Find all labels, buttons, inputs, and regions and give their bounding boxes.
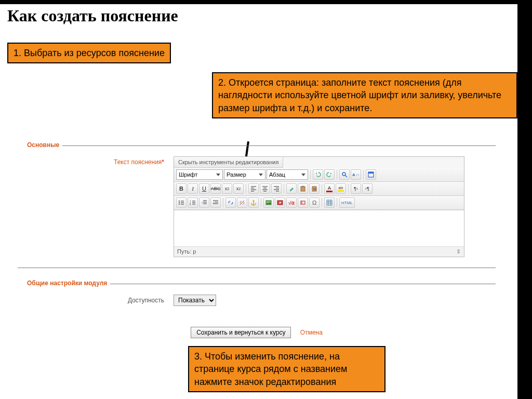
page-title: Как создать пояснение bbox=[7, 6, 178, 25]
required-mark: * bbox=[162, 158, 164, 166]
bg-color-button[interactable]: ab bbox=[336, 183, 346, 194]
paragraph-format-select[interactable]: Абзац bbox=[267, 169, 308, 180]
find-button[interactable] bbox=[339, 169, 350, 180]
anchor-button[interactable] bbox=[248, 197, 259, 208]
editor-toolbar-row-1: Шрифт Размер Абзац A↔ bbox=[174, 168, 464, 182]
separator bbox=[322, 184, 322, 193]
unlink-button[interactable] bbox=[237, 197, 247, 208]
svg-point-24 bbox=[179, 204, 180, 205]
image-button[interactable] bbox=[263, 197, 274, 208]
separator bbox=[310, 170, 311, 179]
svg-rect-17 bbox=[302, 186, 304, 187]
svg-rect-46 bbox=[327, 200, 332, 205]
editor-toolbar-row-2: B I U ABC x2 x2 W bbox=[174, 182, 464, 196]
separator bbox=[322, 198, 322, 207]
fieldset-common-settings: Общие настройки модуля Доступность Показ… bbox=[18, 284, 496, 311]
decoration-top-stripe bbox=[0, 0, 517, 4]
number-list-button[interactable]: 123 bbox=[188, 197, 198, 208]
text-color-button[interactable]: A bbox=[324, 183, 335, 194]
paste-word-button[interactable]: W bbox=[309, 183, 320, 194]
svg-point-0 bbox=[342, 172, 345, 176]
ltr-button[interactable]: ¶› bbox=[351, 183, 361, 194]
svg-text:3: 3 bbox=[190, 203, 191, 206]
nonbreaking-button[interactable] bbox=[298, 197, 308, 208]
separator bbox=[261, 198, 261, 207]
form-area: Основные Текст пояснения* Скрыть инструм… bbox=[18, 145, 496, 338]
label-explanation-text: Текст пояснения* bbox=[18, 156, 174, 166]
action-row: Сохранить и вернуться к курсу Отмена bbox=[18, 327, 496, 338]
svg-rect-16 bbox=[301, 187, 305, 191]
svg-point-22 bbox=[179, 202, 180, 203]
bold-button[interactable]: B bbox=[176, 183, 187, 194]
rich-text-editor: Скрыть инструменты редактирования Шрифт … bbox=[174, 156, 464, 257]
undo-button[interactable] bbox=[313, 169, 323, 180]
rtl-button[interactable]: ‹¶ bbox=[362, 183, 373, 194]
equation-button[interactable]: √α bbox=[286, 197, 297, 208]
align-right-button[interactable] bbox=[271, 183, 282, 194]
separator bbox=[246, 184, 246, 193]
separator bbox=[348, 184, 349, 193]
cancel-link[interactable]: Отмена bbox=[300, 329, 323, 336]
editor-resize-handle[interactable]: ⇕ bbox=[456, 248, 461, 255]
separator bbox=[363, 170, 364, 179]
separator bbox=[284, 184, 284, 193]
font-size-select[interactable]: Размер bbox=[224, 169, 265, 180]
cleanup-button[interactable] bbox=[286, 183, 297, 194]
callout-step-1: 1. Выбрать из ресурсов пояснение bbox=[7, 43, 171, 63]
fullscreen-button[interactable] bbox=[366, 169, 376, 180]
outdent-button[interactable] bbox=[199, 197, 209, 208]
media-button[interactable] bbox=[275, 197, 285, 208]
align-center-button[interactable] bbox=[260, 183, 270, 194]
html-source-button[interactable]: HTML bbox=[339, 197, 355, 208]
svg-point-20 bbox=[179, 201, 180, 202]
svg-rect-44 bbox=[301, 201, 305, 204]
callout-step-2: 2. Откроется страница: заполните текст п… bbox=[212, 72, 517, 118]
link-button[interactable] bbox=[225, 197, 236, 208]
separator bbox=[337, 198, 337, 207]
svg-line-1 bbox=[345, 176, 348, 178]
fieldset-main-legend: Основные bbox=[18, 141, 62, 149]
callout-step-3: 3. Чтобы изменить пояснение, на странице… bbox=[188, 346, 385, 392]
editor-textarea[interactable] bbox=[174, 210, 464, 246]
fieldset-common-legend: Общие настройки модуля bbox=[18, 280, 110, 287]
table-button[interactable] bbox=[324, 197, 335, 208]
visibility-select[interactable]: Показать bbox=[174, 295, 216, 306]
subscript-button[interactable]: x2 bbox=[222, 183, 232, 194]
save-return-button[interactable]: Сохранить и вернуться к курсу bbox=[191, 327, 291, 338]
replace-button[interactable]: A↔ bbox=[351, 169, 361, 180]
separator bbox=[337, 170, 337, 179]
strikethrough-button[interactable]: ABC bbox=[210, 183, 221, 194]
hide-tools-button[interactable]: Скрыть инструменты редактирования bbox=[174, 157, 283, 168]
svg-text:W: W bbox=[313, 188, 316, 191]
separator bbox=[223, 198, 223, 207]
editor-path-label: Путь: p bbox=[177, 248, 196, 255]
editor-toolbar-row-3: 123 √α Ω bbox=[174, 196, 464, 210]
indent-button[interactable] bbox=[210, 197, 221, 208]
decoration-right-stripe bbox=[517, 0, 532, 399]
underline-button[interactable]: U bbox=[199, 183, 209, 194]
charmap-button[interactable]: Ω bbox=[309, 197, 320, 208]
svg-point-42 bbox=[267, 202, 268, 203]
font-family-select[interactable]: Шрифт bbox=[176, 169, 223, 180]
redo-button[interactable] bbox=[324, 169, 335, 180]
label-explanation-text-value: Текст пояснения bbox=[114, 158, 162, 166]
paste-text-button[interactable] bbox=[298, 183, 308, 194]
italic-button[interactable]: I bbox=[188, 183, 198, 194]
svg-point-39 bbox=[253, 200, 254, 201]
superscript-button[interactable]: x2 bbox=[233, 183, 244, 194]
bullet-list-button[interactable] bbox=[176, 197, 187, 208]
label-visibility: Доступность bbox=[18, 295, 174, 304]
svg-rect-3 bbox=[368, 172, 374, 174]
fieldset-main: Основные Текст пояснения* Скрыть инструм… bbox=[18, 145, 496, 268]
align-left-button[interactable] bbox=[248, 183, 259, 194]
